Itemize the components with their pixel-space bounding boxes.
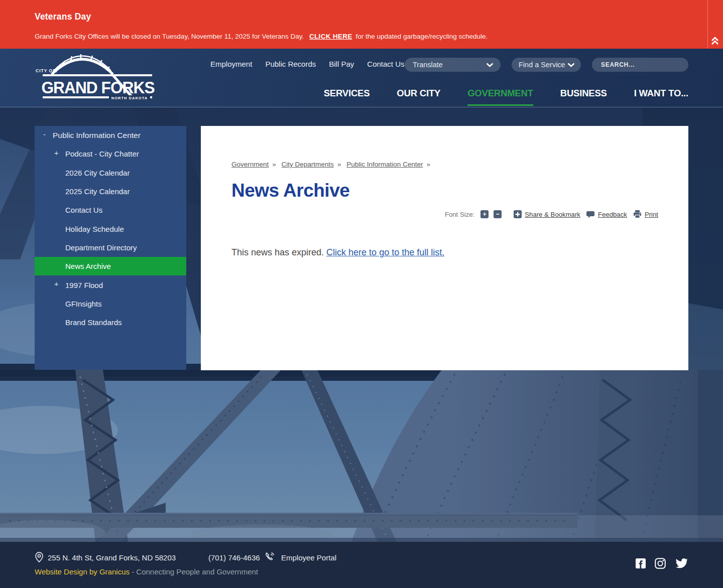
logo-state-text: NORTH DAKOTA [111, 96, 148, 100]
main-nav: SERVICES OUR CITY GOVERNMENT BUSINESS I … [324, 88, 688, 107]
facebook-link[interactable] [636, 558, 646, 568]
sidebar-menu: - Public Information Center + Podcast - … [35, 126, 186, 370]
main-nav-services[interactable]: SERVICES [324, 88, 370, 107]
font-size-decrease-button[interactable]: − [494, 210, 502, 218]
sidebar-item-brand-standards[interactable]: Brand Standards [35, 313, 186, 332]
chevron-down-icon [486, 63, 494, 67]
sidebar-item-1997-flood[interactable]: + 1997 Flood [35, 275, 186, 294]
feedback-bubble-icon [586, 211, 595, 218]
sidebar-item-gfinsights[interactable]: GFInsights [35, 295, 186, 313]
search-input[interactable] [600, 61, 680, 69]
alert-banner-side-strip [707, 0, 723, 49]
utility-nav-employment[interactable]: Employment [210, 60, 252, 68]
page-title: News Archive [231, 180, 349, 201]
expired-notice: This news has expired.Click here to go t… [231, 247, 444, 258]
utility-nav: Employment Public Records Bill Pay Conta… [210, 60, 405, 68]
font-size-label: Font Size: [445, 211, 474, 218]
sidebar-item-2025-city-calendar[interactable]: 2025 City Calendar [35, 182, 186, 201]
find-a-service-label: Find a Service [519, 61, 565, 69]
footer-phone: (701) 746-4636 [208, 553, 260, 562]
employee-portal-link[interactable]: Employee Portal [281, 553, 336, 562]
print-link[interactable]: Print [645, 211, 658, 218]
expand-plus-icon[interactable]: + [54, 149, 58, 157]
breadcrumb-separator: » [426, 161, 430, 168]
main-nav-our-city[interactable]: OUR CITY [397, 88, 440, 107]
breadcrumb-separator: » [337, 161, 341, 168]
alert-message-text: Grand Forks City Offices will be closed … [35, 33, 306, 40]
breadcrumb-separator: » [272, 161, 276, 168]
footer-address: 255 N. 4th St, Grand Forks, ND 58203 [48, 553, 176, 562]
page-toolbar: Font Size: + − Share & Bookmark Feedback… [445, 210, 658, 218]
chevron-down-icon [567, 63, 575, 67]
twitter-link[interactable] [675, 558, 688, 569]
feedback-link[interactable]: Feedback [598, 211, 627, 218]
footer-credit: Website Design by Granicus - Connecting … [35, 567, 258, 576]
alert-message-after: for the updated garbage/recycling schedu… [356, 33, 488, 40]
collapse-minus-icon[interactable]: - [43, 130, 46, 138]
expired-text: This news has expired. [231, 247, 324, 257]
back-to-top-button[interactable] [711, 37, 719, 46]
instagram-link[interactable] [655, 558, 666, 569]
translate-dropdown[interactable]: Translate [405, 58, 501, 72]
breadcrumb: Government» City Departments» Public Inf… [231, 161, 434, 168]
share-bookmark-link[interactable]: Share & Bookmark [525, 211, 580, 218]
sidebar-item-2026-city-calendar[interactable]: 2026 City Calendar [35, 164, 186, 182]
sidebar-item-department-directory[interactable]: Department Directory [35, 238, 186, 257]
sidebar-item-contact-us[interactable]: Contact Us [35, 201, 186, 219]
breadcrumb-city-departments[interactable]: City Departments [282, 161, 334, 168]
sidebar-item-podcast-city-chatter[interactable]: + Podcast - City Chatter [35, 144, 186, 163]
breadcrumb-public-information-center[interactable]: Public Information Center [346, 161, 423, 168]
granicus-link[interactable]: Website Design by Granicus [35, 567, 130, 576]
footer-social [636, 558, 688, 569]
find-a-service-dropdown[interactable]: Find a Service [512, 58, 581, 72]
site-header: CITY OF GRAND FORKS NORTH DAKOTA Employm… [0, 49, 723, 107]
full-list-link[interactable]: Click here to go to the full list. [326, 247, 444, 257]
search-box [592, 58, 688, 72]
instagram-icon [655, 558, 666, 569]
main-nav-business[interactable]: BUSINESS [560, 88, 607, 107]
utility-nav-public-records[interactable]: Public Records [265, 60, 316, 68]
main-nav-government[interactable]: GOVERNMENT [467, 88, 533, 107]
sidebar-item-news-archive[interactable]: News Archive [35, 257, 186, 275]
alert-banner: Veterans Day Grand Forks City Offices wi… [0, 0, 723, 49]
alert-message: Grand Forks City Offices will be closed … [35, 33, 488, 40]
footer-credit-tagline: - Connecting People and Government [132, 567, 258, 576]
print-icon [633, 210, 642, 218]
map-pin-icon [35, 552, 43, 564]
breadcrumb-government[interactable]: Government [231, 161, 269, 168]
main-nav-i-want-to[interactable]: I WANT TO... [634, 88, 688, 107]
content-panel: Government» City Departments» Public Inf… [201, 126, 688, 370]
site-footer: 255 N. 4th St, Grand Forks, ND 58203 (70… [0, 542, 723, 588]
twitter-icon [675, 558, 688, 569]
sidebar-item-holiday-schedule[interactable]: Holiday Schedule [35, 219, 186, 238]
share-plus-icon [514, 210, 522, 218]
facebook-icon [636, 558, 646, 568]
city-logo[interactable]: CITY OF GRAND FORKS NORTH DAKOTA [35, 54, 161, 101]
expand-plus-icon[interactable]: + [54, 280, 58, 288]
translate-label: Translate [413, 61, 443, 69]
phone-icon [264, 551, 275, 564]
font-size-increase-button[interactable]: + [480, 210, 489, 218]
utility-nav-bill-pay[interactable]: Bill Pay [329, 60, 354, 68]
alert-title: Veterans Day [35, 12, 91, 22]
logo-name-text: GRAND FORKS [41, 78, 155, 97]
alert-click-here-link[interactable]: CLICK HERE [309, 33, 352, 40]
utility-nav-contact-us[interactable]: Contact Us [367, 60, 404, 68]
sidebar-item-public-information-center[interactable]: - Public Information Center [35, 126, 186, 144]
double-chevron-up-icon [711, 37, 719, 46]
